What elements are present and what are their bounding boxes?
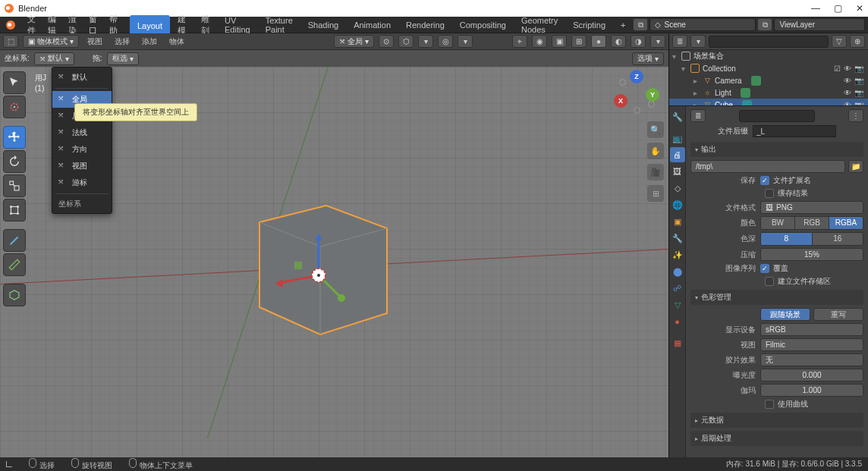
tab-modeling[interactable]: 建模 — [170, 14, 193, 36]
eye-icon[interactable]: 👁 — [844, 77, 851, 85]
gizmo-x[interactable]: X — [614, 94, 627, 108]
pivot-icon[interactable]: ⊙ — [379, 35, 394, 48]
exclude-checkbox-icon[interactable]: ☑ — [834, 64, 841, 73]
color-bw[interactable]: BW — [761, 217, 795, 229]
tab-rendering[interactable]: Rendering — [398, 14, 452, 36]
zoom-icon[interactable]: 🔍 — [647, 121, 664, 138]
ptab-output[interactable]: 🖨 — [670, 147, 685, 162]
file-extension-checkbox[interactable]: ✓ — [760, 176, 769, 185]
props-editor-icon[interactable]: ≣ — [690, 109, 706, 122]
look-dropdown[interactable]: 无 — [760, 353, 863, 366]
ptab-scene[interactable]: ◇ — [670, 181, 685, 196]
gizmo-z[interactable]: Z — [630, 70, 643, 83]
ptab-object[interactable]: ▣ — [670, 214, 685, 229]
coord-default[interactable]: ⤧默认 — [52, 69, 112, 86]
eye-icon[interactable]: 👁 — [844, 101, 851, 106]
follow-scene-button[interactable]: 跟随场景 — [760, 308, 810, 321]
window-maximize-button[interactable]: ▢ — [834, 3, 842, 14]
ptab-modifier[interactable]: 🔧 — [670, 231, 685, 246]
menu-render[interactable]: 渲染 — [62, 14, 83, 36]
shading-wire-icon[interactable]: ⊞ — [571, 35, 587, 48]
prop-mode-icon[interactable]: ▾ — [458, 35, 473, 48]
select-menu[interactable]: 选择 — [111, 36, 134, 47]
render-icon[interactable]: 📷 — [854, 89, 863, 97]
display-device-dropdown[interactable]: sRGB — [760, 323, 863, 336]
ptab-physics[interactable]: ⬤ — [670, 264, 685, 279]
shading-matprev-icon[interactable]: ◐ — [611, 35, 626, 48]
pan-icon[interactable]: ✋ — [647, 143, 664, 159]
cube-object[interactable] — [250, 199, 395, 351]
cache-result-checkbox[interactable] — [765, 189, 774, 198]
folder-browse-icon[interactable]: 📁 — [848, 160, 863, 173]
header-options-button[interactable]: 选项 ▾ — [632, 52, 664, 65]
render-icon[interactable]: 📷 — [854, 101, 863, 106]
tool-select[interactable] — [3, 71, 26, 94]
tool-annotate[interactable] — [3, 229, 26, 252]
tab-compositing[interactable]: Compositing — [452, 14, 514, 36]
coord-view[interactable]: ⤧视图 — [52, 158, 112, 174]
panel-metadata[interactable]: 元数据 — [690, 413, 863, 428]
scene-field[interactable]: ◇ Scene — [649, 18, 756, 31]
3d-viewport[interactable]: 用J (1) ⤧默认 ⤧全局 ⤧局部 ⤧法线 ⤧方向 ⤧视图 ⤧游标 坐标系 将… — [0, 67, 668, 457]
object-menu[interactable]: 物体 — [165, 36, 188, 47]
outliner-search[interactable] — [709, 36, 829, 48]
ptab-constraint[interactable]: ☍ — [670, 281, 685, 296]
window-close-button[interactable]: ✕ — [856, 3, 863, 14]
panel-output[interactable]: 输出 — [690, 142, 863, 157]
gizmo-toggle-icon[interactable]: ⌖ — [512, 35, 527, 48]
tab-sculpting[interactable]: 雕刻 — [193, 14, 217, 36]
gamma-field[interactable]: 1.000 — [760, 384, 863, 397]
ptab-tool[interactable]: 🔧 — [670, 109, 685, 124]
ptab-data[interactable]: ▽ — [670, 297, 685, 312]
menu-window[interactable]: 窗口 — [83, 14, 103, 36]
outliner-collection[interactable]: ▾ Collection ☑👁📷 — [669, 62, 868, 74]
gizmo-neg-x[interactable] — [648, 101, 655, 108]
file-format-dropdown[interactable]: 🖼PNG — [760, 201, 863, 214]
placeholder-checkbox[interactable] — [765, 277, 774, 286]
overlay-toggle-icon[interactable]: ◉ — [532, 35, 547, 48]
camera-view-icon[interactable]: 🎥 — [647, 164, 664, 181]
xray-icon[interactable]: ▣ — [552, 35, 567, 48]
menu-edit[interactable]: 编辑 — [42, 14, 62, 36]
ptab-texture[interactable]: ▦ — [670, 335, 685, 350]
outliner-new-collection-icon[interactable]: ⊕ — [850, 35, 865, 48]
file-suffix-input[interactable] — [753, 125, 836, 137]
corner-icon[interactable] — [6, 461, 12, 467]
view-transform-dropdown[interactable]: Filmic — [760, 338, 863, 351]
depth-16[interactable]: 16 — [813, 233, 863, 245]
tool-rotate[interactable] — [3, 150, 26, 173]
editor-type-icon[interactable]: ⬚ — [3, 35, 18, 48]
ptab-render[interactable]: 📺 — [670, 130, 685, 146]
view-menu[interactable]: 视图 — [83, 36, 106, 47]
outliner-item-cube[interactable]: ▸▽ Cube 👁📷 — [669, 99, 868, 105]
exposure-field[interactable]: 0.000 — [760, 369, 863, 382]
tool-transform[interactable] — [3, 199, 26, 221]
tool-move[interactable] — [3, 126, 26, 149]
ptab-particles[interactable]: ✨ — [670, 247, 685, 262]
gizmo-neg-z[interactable] — [634, 107, 640, 114]
color-rgb[interactable]: RGB — [795, 217, 829, 229]
proportional-icon[interactable]: ◎ — [438, 35, 453, 48]
panel-colormgmt[interactable]: 色彩管理 — [690, 290, 863, 305]
drag-mode-dropdown[interactable]: 框选 ▾ — [107, 52, 139, 65]
orientation-selector[interactable]: ⤧ 全局 ▾ — [334, 35, 374, 48]
outliner-editor-icon[interactable]: ≣ — [672, 35, 687, 48]
compress-slider[interactable]: 15% — [760, 248, 863, 261]
tab-uv[interactable]: UV Editing — [217, 14, 258, 36]
persp-toggle-icon[interactable]: ⊞ — [647, 185, 664, 202]
depth-8[interactable]: 8 — [761, 233, 813, 245]
eye-icon[interactable]: 👁 — [844, 89, 851, 97]
output-path-field[interactable]: /tmp\ — [690, 160, 845, 173]
coord-normal[interactable]: ⤧法线 — [52, 124, 112, 141]
render-icon[interactable]: 📷 — [854, 77, 863, 85]
scene-browse-icon[interactable]: ⧉ — [633, 18, 648, 31]
tab-add[interactable]: + — [613, 14, 633, 36]
coord-gimbal[interactable]: ⤧方向 — [52, 141, 112, 158]
override-button[interactable]: 重写 — [813, 308, 863, 321]
gizmo-y[interactable]: Y — [646, 88, 659, 102]
gizmo-neg-y[interactable] — [619, 79, 626, 86]
shading-render-icon[interactable]: ◑ — [631, 35, 646, 48]
overwrite-checkbox[interactable]: ✓ — [760, 264, 769, 273]
render-icon[interactable]: 📷 — [854, 64, 863, 73]
menu-file[interactable]: 文件 — [21, 14, 42, 36]
